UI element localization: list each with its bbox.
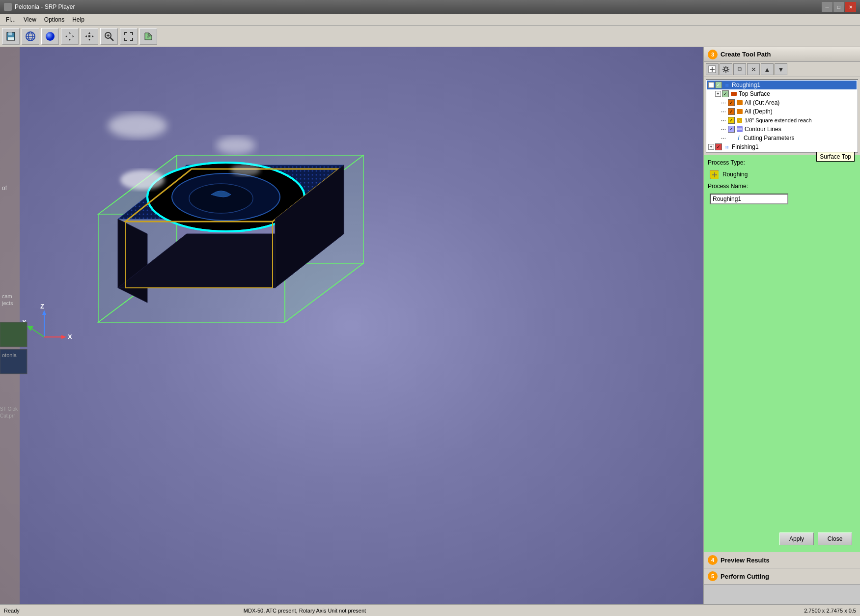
delete-button[interactable]: ✕ (747, 63, 760, 75)
finishing1-label: Finishing1 (732, 143, 759, 150)
svg-point-8 (46, 32, 55, 41)
check-depth[interactable]: ✓ (728, 108, 735, 115)
tree-item-topsurface[interactable]: + ✓ Top Surface (707, 89, 857, 98)
toolpath-tree[interactable]: − ✓ ≋ Roughing1 + ✓ Top Surface ··· (706, 79, 858, 153)
svg-rect-9 (88, 35, 90, 37)
perform-cutting-label: Perform Cutting (721, 573, 769, 580)
minimize-button[interactable]: ─ (822, 2, 832, 12)
contour-icon (736, 126, 744, 133)
save-button[interactable] (2, 28, 20, 45)
pan-button[interactable] (81, 28, 98, 45)
settings-button[interactable] (720, 63, 732, 75)
process-type-text: Roughing (722, 171, 748, 178)
new-toolpath-button[interactable] (706, 63, 719, 75)
status-dimensions: 2.7500 x 2.7475 x 0.5 (804, 608, 856, 614)
tree-item-roughing1[interactable]: − ✓ ≋ Roughing1 (707, 81, 857, 89)
down-button[interactable]: ▼ (775, 63, 787, 75)
process-type-icon (710, 170, 719, 179)
cutarea-label: All (Cut Area) (745, 99, 779, 106)
section-number-5: 5 (708, 571, 718, 581)
svg-point-14 (108, 113, 167, 138)
process-type-value-row: Roughing (708, 170, 856, 179)
window-controls: ─ □ ✕ (822, 2, 856, 12)
sphere-button[interactable] (41, 28, 59, 45)
tree-item-contour[interactable]: ··· ✓ Contour Lines (707, 125, 857, 134)
viewport-3d[interactable]: Z Y X of camjects otonia ST GlokCut.prr (0, 47, 703, 604)
menu-help[interactable]: Help (68, 15, 88, 24)
close-button-panel[interactable]: Close (818, 532, 852, 545)
create-toolpath-section: 3 Create Tool Path ⧉ ✕ ▲ ▼ − (704, 47, 860, 155)
svg-text:X: X (68, 333, 72, 340)
svg-point-37 (231, 164, 260, 176)
check-roughing1[interactable]: ✓ (715, 82, 722, 88)
check-tool[interactable]: ✓ (728, 117, 735, 124)
menu-view[interactable]: View (20, 15, 40, 24)
roughing1-icon: ≋ (723, 82, 731, 88)
main-content: Z Y X of camjects otonia ST GlokCut.prr … (0, 47, 860, 604)
status-bar: Ready MDX-50, ATC present, Rotary Axis U… (0, 604, 860, 616)
move-button[interactable] (61, 28, 79, 45)
tree-item-depth[interactable]: ··· ✓ All (Depth) (707, 107, 857, 116)
process-type-label: Process Type: (708, 159, 752, 166)
svg-rect-2 (8, 37, 14, 40)
section-number-4: 4 (708, 555, 718, 565)
process-name-input[interactable] (710, 194, 788, 204)
check-contour[interactable]: ✓ (728, 126, 735, 133)
svg-text:Z: Z (40, 303, 44, 310)
main-toolbar (0, 26, 860, 47)
apply-button[interactable]: Apply (779, 532, 814, 545)
section-number-3: 3 (708, 50, 718, 59)
menu-options[interactable]: Options (40, 15, 68, 24)
zoom-button[interactable] (100, 28, 118, 45)
panel-header: 3 Create Tool Path (704, 47, 860, 62)
finishing1-icon: ≋ (723, 143, 731, 150)
svg-marker-41 (27, 326, 33, 331)
check-finishing1[interactable]: ✓ (715, 143, 722, 150)
close-button[interactable]: ✕ (845, 2, 856, 12)
maximize-button[interactable]: □ (833, 2, 844, 12)
globe-button[interactable] (22, 28, 39, 45)
copy-button[interactable]: ⧉ (733, 63, 746, 75)
params-label: Cutting Parameters (744, 135, 794, 141)
tree-item-params[interactable]: ··· i Cutting Parameters (707, 134, 857, 142)
tree-item-cutarea[interactable]: ··· ✓ All (Cut Area) (707, 98, 857, 107)
menu-bar: Fi... View Options Help (0, 14, 860, 26)
left-label-of: of (2, 185, 7, 192)
cutarea-icon (736, 99, 744, 106)
perform-cutting-section[interactable]: 5 Perform Cutting (704, 568, 860, 585)
tool-icon (736, 117, 744, 124)
window-title: Pelotonia - SRP Player (15, 3, 75, 10)
expand-finishing1[interactable]: + (708, 144, 714, 150)
panel-buttons: Apply Close (708, 530, 856, 548)
svg-point-36 (120, 170, 165, 190)
svg-point-15 (216, 137, 255, 154)
left-label-st: ST GlokCut.prr (0, 406, 18, 420)
title-bar: Pelotonia - SRP Player ─ □ ✕ (0, 0, 860, 14)
svg-rect-47 (0, 322, 27, 347)
expand-topsurface[interactable]: + (715, 91, 721, 97)
expand-roughing1[interactable]: − (708, 82, 714, 88)
tree-item-finishing1[interactable]: + ✓ ≋ Finishing1 (707, 142, 857, 151)
svg-marker-39 (42, 310, 46, 315)
surface-top-tooltip: Surface Top (816, 152, 855, 162)
panel-toolbar: ⧉ ✕ ▲ ▼ (704, 62, 860, 77)
app-icon (4, 3, 12, 11)
fit-button[interactable] (120, 28, 138, 45)
contour-label: Contour Lines (745, 126, 781, 133)
preview-results-section[interactable]: 4 Preview Results (704, 552, 860, 568)
tree-item-tool[interactable]: ··· ✓ 1/8" Square extended reach (707, 116, 857, 125)
topsurface-label: Top Surface (739, 90, 770, 97)
export-button[interactable] (139, 28, 157, 45)
process-name-input-row (708, 194, 856, 204)
svg-rect-58 (737, 126, 743, 132)
left-label-cam: camjects (2, 293, 13, 307)
depth-icon (736, 108, 744, 115)
check-cutarea[interactable]: ✓ (728, 99, 735, 106)
menu-file[interactable]: Fi... (2, 15, 20, 24)
svg-rect-54 (737, 100, 743, 105)
status-ready: Ready (4, 608, 20, 614)
check-topsurface[interactable]: ✓ (722, 90, 729, 97)
params-icon: i (735, 135, 743, 141)
right-panel: 3 Create Tool Path ⧉ ✕ ▲ ▼ − (703, 47, 860, 604)
up-button[interactable]: ▲ (761, 63, 774, 75)
